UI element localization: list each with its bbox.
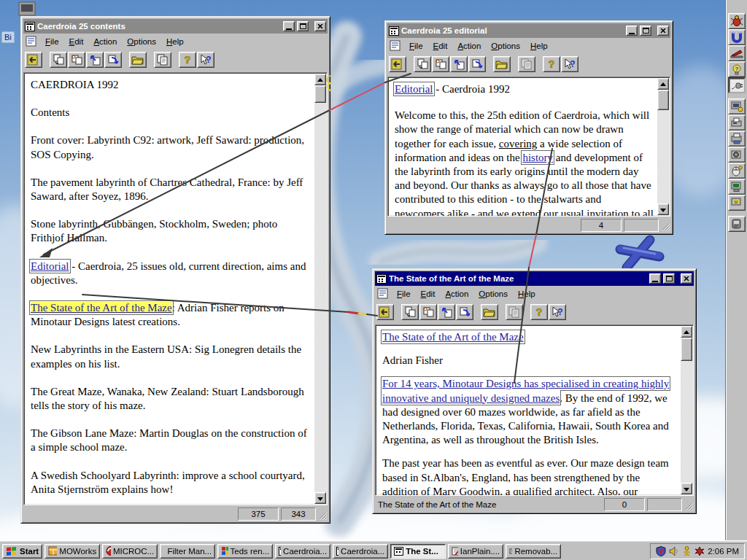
camera-icon[interactable] bbox=[728, 147, 746, 163]
taskbar-button-ianplain[interactable]: IanPlain.... bbox=[448, 544, 503, 559]
start-button[interactable]: Start bbox=[2, 544, 42, 559]
minimize-button[interactable] bbox=[283, 21, 295, 31]
maximize-button[interactable] bbox=[640, 26, 651, 36]
virus-scan-icon[interactable] bbox=[694, 546, 705, 556]
terminal-smiley-icon[interactable] bbox=[728, 195, 746, 211]
open-file-button[interactable] bbox=[481, 304, 498, 320]
menu-action[interactable]: Action bbox=[88, 36, 122, 47]
bug-icon[interactable] bbox=[728, 13, 746, 29]
scroll-up-button[interactable] bbox=[657, 78, 669, 90]
editorial-link[interactable]: Editorial bbox=[395, 83, 433, 95]
vertical-scrollbar[interactable] bbox=[681, 326, 692, 494]
follow-link-button[interactable] bbox=[414, 56, 431, 72]
taskbar-button-microcosm[interactable]: MICROC... bbox=[102, 544, 158, 559]
minimize-button[interactable] bbox=[626, 26, 638, 36]
taskbar-button-teds[interactable]: Teds ren... bbox=[217, 544, 273, 559]
follow-link-button[interactable] bbox=[401, 304, 419, 320]
help-button[interactable]: ? bbox=[543, 56, 560, 72]
handheld-icon[interactable] bbox=[728, 216, 746, 232]
editorial-link[interactable]: Editorial bbox=[31, 260, 69, 272]
context-help-button[interactable]: ? bbox=[197, 52, 214, 68]
menu-action[interactable]: Action bbox=[440, 288, 473, 300]
exit-button[interactable] bbox=[389, 56, 406, 72]
antivirus-shield-icon[interactable] bbox=[656, 546, 666, 556]
scroll-down-button[interactable] bbox=[314, 492, 326, 504]
vertical-scrollbar[interactable] bbox=[657, 78, 669, 215]
resize-grip[interactable] bbox=[684, 502, 694, 511]
scrollbar-track[interactable] bbox=[314, 85, 326, 492]
help-button[interactable]: ? bbox=[530, 304, 548, 320]
taskbar-button-caerdroia-2[interactable]: Caerdroia... bbox=[333, 544, 388, 559]
context-help-button[interactable]: ? bbox=[561, 56, 578, 72]
menu-file[interactable]: File bbox=[392, 288, 416, 300]
menu-help[interactable]: Help bbox=[525, 40, 553, 52]
volume-icon[interactable] bbox=[669, 546, 679, 556]
mouse-icon[interactable] bbox=[728, 163, 746, 179]
taskbar-clock[interactable]: 2:06 PM bbox=[708, 547, 739, 556]
scheduler-person-icon[interactable] bbox=[682, 546, 692, 556]
exit-button[interactable] bbox=[25, 52, 42, 68]
menu-edit[interactable]: Edit bbox=[416, 288, 441, 300]
end-link-button[interactable] bbox=[456, 304, 473, 320]
minimize-button[interactable] bbox=[649, 273, 661, 284]
show-links-button[interactable] bbox=[419, 304, 437, 320]
copy-button[interactable] bbox=[154, 52, 171, 68]
menu-help[interactable]: Help bbox=[513, 288, 541, 300]
obscured-desktop-icon[interactable] bbox=[18, 1, 36, 16]
menu-options[interactable]: Options bbox=[486, 40, 525, 52]
copy-button[interactable] bbox=[506, 304, 523, 320]
taskbar-button-state-of-art[interactable]: The St... bbox=[390, 544, 446, 559]
resize-grip[interactable] bbox=[661, 222, 670, 232]
taskbar-button-moworks[interactable]: MOWorks bbox=[44, 544, 100, 559]
close-button[interactable] bbox=[657, 26, 669, 36]
end-link-button[interactable] bbox=[104, 52, 122, 68]
menu-edit[interactable]: Edit bbox=[428, 40, 453, 52]
start-link-button[interactable] bbox=[450, 56, 468, 72]
show-links-button[interactable] bbox=[432, 56, 449, 72]
titlebar[interactable]: The State of the Art of the Maze bbox=[375, 271, 694, 286]
follow-link-button[interactable] bbox=[50, 52, 67, 68]
scroll-up-button[interactable] bbox=[314, 74, 326, 85]
printer-icon[interactable] bbox=[728, 131, 746, 147]
obscured-desktop-icon-label[interactable]: Bi bbox=[1, 31, 15, 43]
open-file-button[interactable] bbox=[129, 52, 147, 68]
close-button[interactable] bbox=[314, 21, 326, 31]
scroll-down-button[interactable] bbox=[681, 483, 692, 494]
history-link[interactable]: history bbox=[522, 152, 553, 163]
vertical-scrollbar[interactable] bbox=[314, 74, 326, 504]
maze-article-link[interactable]: The State of the Art of the Maze bbox=[31, 302, 172, 314]
bulb-help-icon[interactable]: ? bbox=[728, 61, 746, 77]
menu-options[interactable]: Options bbox=[473, 288, 513, 300]
magnet-icon[interactable] bbox=[728, 29, 746, 45]
scrollbar-thumb[interactable] bbox=[314, 85, 326, 103]
scrollbar-thumb[interactable] bbox=[681, 338, 692, 361]
stapler-icon[interactable] bbox=[728, 45, 746, 61]
menu-file[interactable]: File bbox=[404, 40, 428, 52]
taskbar-button-caerdroia-1[interactable]: Caerdroia... bbox=[275, 544, 330, 559]
maze-title-link[interactable]: The State of the Art of the Maze bbox=[382, 331, 524, 343]
show-links-button[interactable] bbox=[68, 52, 85, 68]
covering-anchor[interactable]: covering bbox=[499, 138, 537, 149]
fax-icon[interactable] bbox=[728, 114, 746, 131]
menu-options[interactable]: Options bbox=[122, 36, 161, 47]
menu-file[interactable]: File bbox=[40, 36, 64, 47]
titlebar[interactable]: Caerdroia 25 contents bbox=[23, 19, 328, 34]
menu-edit[interactable]: Edit bbox=[64, 36, 89, 47]
taskbar-button-filter-manager[interactable]: Filter Man... bbox=[160, 544, 215, 559]
copy-button[interactable] bbox=[518, 56, 535, 72]
help-button[interactable]: ? bbox=[179, 52, 196, 68]
scrollbar-track[interactable] bbox=[657, 90, 669, 203]
taskbar-button-removable[interactable]: Removab... bbox=[506, 544, 561, 559]
end-link-button[interactable] bbox=[468, 56, 486, 72]
maximize-button[interactable] bbox=[663, 273, 675, 284]
context-help-button[interactable]: ? bbox=[549, 304, 566, 320]
titlebar[interactable]: Caerdroia 25 editorial bbox=[387, 23, 670, 38]
start-link-button[interactable] bbox=[438, 304, 455, 320]
start-link-button[interactable] bbox=[86, 52, 104, 68]
menu-help[interactable]: Help bbox=[161, 36, 189, 47]
exit-button[interactable] bbox=[376, 304, 394, 320]
plug-icon[interactable] bbox=[728, 77, 746, 93]
resize-grip[interactable] bbox=[318, 511, 328, 521]
terminal-green-icon[interactable] bbox=[728, 179, 746, 195]
computer-coin-icon[interactable] bbox=[728, 98, 746, 114]
